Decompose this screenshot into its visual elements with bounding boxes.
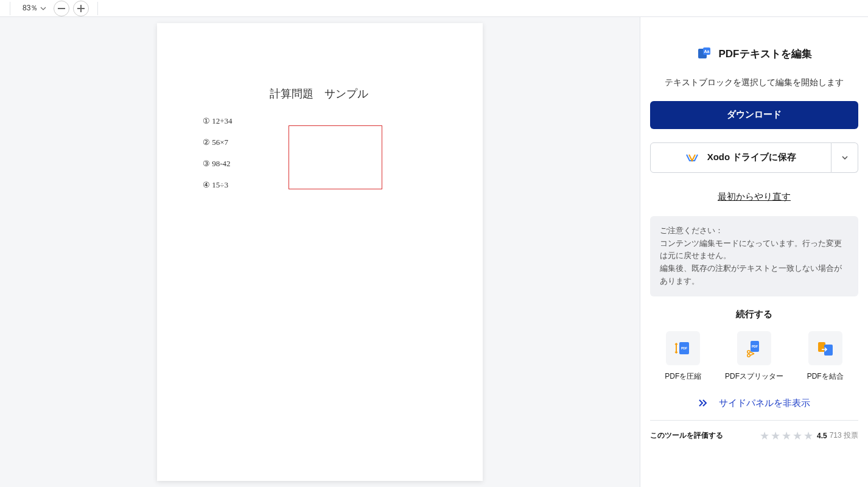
star-icon[interactable]: ★ bbox=[760, 429, 769, 443]
zoom-level-select[interactable]: 83％ bbox=[19, 2, 50, 15]
problem-item[interactable]: ② 56×7 bbox=[203, 138, 233, 147]
selection-rectangle[interactable] bbox=[289, 125, 382, 189]
continue-tool-label: PDFを結合 bbox=[807, 371, 844, 382]
plus-icon bbox=[77, 5, 85, 12]
split-pdf-icon: PDF bbox=[737, 331, 771, 365]
main-area: 計算問題 サンプル ① 12+34 ② 56×7 ③ 98-42 ④ 15÷3 … bbox=[0, 17, 868, 487]
star-icon[interactable]: ★ bbox=[782, 429, 791, 443]
merge-pdf-icon bbox=[808, 331, 842, 365]
rating-votes: 713 投票 bbox=[830, 430, 858, 441]
restart-link[interactable]: 最初からやり直す bbox=[650, 191, 858, 203]
compress-pdf-icon: PDF bbox=[666, 331, 700, 365]
toolbar-divider bbox=[97, 2, 98, 15]
toolbar-divider bbox=[10, 2, 10, 15]
problem-item[interactable]: ③ 98-42 bbox=[203, 159, 233, 169]
side-panel-header: Aa PDFテキストを編集 bbox=[650, 46, 858, 61]
chevron-double-right-icon bbox=[698, 399, 708, 407]
hide-panel-label: サイドパネルを非表示 bbox=[719, 398, 810, 409]
continue-tool-split[interactable]: PDF PDFスプリッター bbox=[721, 331, 788, 382]
document-viewer[interactable]: 計算問題 サンプル ① 12+34 ② 56×7 ③ 98-42 ④ 15÷3 bbox=[0, 17, 640, 487]
continue-tool-label: PDFを圧縮 bbox=[665, 371, 701, 382]
notice-line: コンテンツ編集モードになっています。行った変更は元に戻せません。 bbox=[660, 237, 849, 263]
notice-line: 編集後、既存の注釈がテキストと一致しない場合があります。 bbox=[660, 262, 849, 288]
problem-item[interactable]: ④ 15÷3 bbox=[203, 180, 233, 190]
save-dropdown-button[interactable] bbox=[831, 142, 858, 173]
svg-rect-0 bbox=[58, 8, 65, 9]
rating-label: このツールを評価する bbox=[650, 430, 723, 441]
hide-side-panel-button[interactable]: サイドパネルを非表示 bbox=[650, 398, 858, 409]
svg-point-11 bbox=[747, 354, 750, 357]
chevron-down-icon bbox=[40, 7, 46, 10]
continue-title: 続行する bbox=[650, 309, 858, 320]
xodo-drive-icon bbox=[685, 151, 699, 164]
problem-list: ① 12+34 ② 56×7 ③ 98-42 ④ 15÷3 bbox=[203, 116, 233, 201]
notice-box: ご注意ください： コンテンツ編集モードになっています。行った変更は元に戻せません… bbox=[650, 216, 858, 296]
save-button-label: Xodo ドライブに保存 bbox=[707, 152, 797, 163]
top-toolbar: 83％ bbox=[0, 0, 868, 17]
star-icon[interactable]: ★ bbox=[803, 429, 813, 443]
svg-text:PDF: PDF bbox=[681, 346, 687, 350]
zoom-out-button[interactable] bbox=[54, 1, 69, 16]
side-panel-title: PDFテキストを編集 bbox=[719, 47, 812, 61]
svg-text:Aa: Aa bbox=[704, 49, 709, 54]
side-panel: Aa PDFテキストを編集 テキストブロックを選択して編集を開始します ダウンロ… bbox=[640, 17, 868, 487]
svg-point-10 bbox=[747, 351, 750, 353]
save-to-drive-button[interactable]: Xodo ドライブに保存 bbox=[650, 142, 831, 173]
download-button[interactable]: ダウンロード bbox=[650, 101, 858, 129]
pdf-page[interactable]: 計算問題 サンプル ① 12+34 ② 56×7 ③ 98-42 ④ 15÷3 bbox=[157, 23, 483, 481]
rating-bar: このツールを評価する ★ ★ ★ ★ ★ 4.5 713 投票 bbox=[650, 420, 858, 451]
edit-text-icon: Aa bbox=[697, 46, 712, 61]
zoom-in-button[interactable] bbox=[73, 1, 89, 16]
rating-score: 4.5 bbox=[817, 432, 827, 440]
continue-tools-row: PDF PDFを圧縮 PDF PDFスプリッター PDFを結合 bbox=[650, 331, 858, 382]
continue-tool-compress[interactable]: PDF PDFを圧縮 bbox=[650, 331, 716, 382]
svg-rect-2 bbox=[77, 8, 85, 9]
side-panel-description: テキストブロックを選択して編集を開始します bbox=[650, 75, 858, 90]
continue-tool-label: PDFスプリッター bbox=[725, 371, 783, 382]
minus-icon bbox=[58, 8, 65, 9]
zoom-value: 83％ bbox=[23, 3, 38, 13]
rating-stars[interactable]: ★ ★ ★ ★ ★ bbox=[760, 429, 813, 443]
star-icon[interactable]: ★ bbox=[793, 429, 802, 443]
svg-text:PDF: PDF bbox=[752, 345, 758, 348]
save-button-group: Xodo ドライブに保存 bbox=[650, 142, 858, 173]
notice-heading: ご注意ください： bbox=[660, 225, 849, 237]
star-icon[interactable]: ★ bbox=[771, 429, 780, 443]
rating-group: ★ ★ ★ ★ ★ 4.5 713 投票 bbox=[760, 429, 858, 443]
continue-tool-merge[interactable]: PDFを結合 bbox=[792, 331, 858, 382]
chevron-down-icon bbox=[841, 155, 849, 160]
document-title[interactable]: 計算問題 サンプル bbox=[270, 86, 368, 101]
problem-item[interactable]: ① 12+34 bbox=[203, 116, 233, 126]
